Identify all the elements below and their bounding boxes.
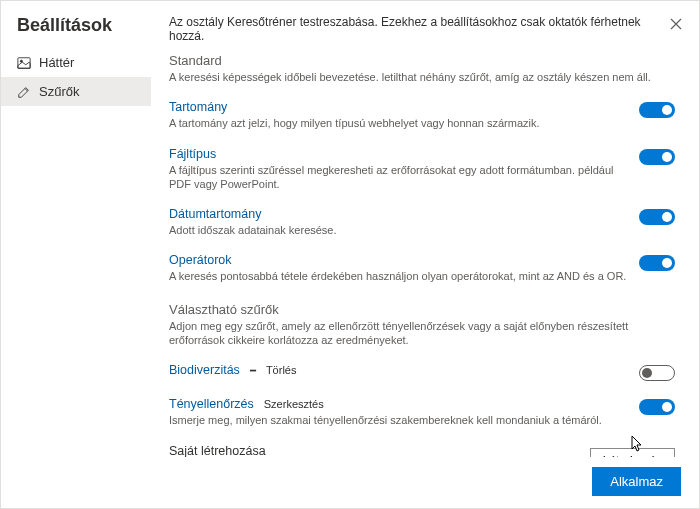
sidebar-item-filters[interactable]: Szűrők — [1, 77, 151, 106]
filter-title: Operátorok — [169, 253, 627, 267]
filter-operators: Operátorok A keresés pontosabbá tétele é… — [169, 247, 675, 293]
header-row: Az osztály Keresőtréner testreszabása. E… — [151, 1, 699, 47]
sidebar-item-label: Háttér — [39, 55, 74, 70]
main-panel: Az osztály Keresőtréner testreszabása. E… — [151, 1, 699, 508]
image-icon — [17, 56, 31, 70]
filter-factcheck: Tényellenőrzés Szerkesztés Ismerje meg, … — [169, 391, 675, 437]
scroll-area[interactable]: Standard A keresési képességek időbeli b… — [151, 47, 699, 457]
optional-section-title: Választható szűrők — [169, 302, 675, 317]
filter-title: Dátumtartomány — [169, 207, 627, 221]
toggle-daterange[interactable] — [639, 209, 675, 225]
filter-biodiversity: Biodiverzitás ━ Törlés — [169, 357, 675, 391]
toggle-filetype[interactable] — [639, 149, 675, 165]
filter-title: Biodiverzitás ━ Törlés — [169, 363, 627, 377]
header-description: Az osztály Keresőtréner testreszabása. E… — [169, 15, 659, 43]
sidebar-item-label: Szűrők — [39, 84, 79, 99]
sidebar-item-background[interactable]: Háttér — [1, 48, 151, 77]
footer: Alkalmaz — [151, 457, 699, 508]
filter-desc: Adott időszak adatainak keresése. — [169, 223, 627, 237]
toggle-factcheck[interactable] — [639, 399, 675, 415]
edit-link[interactable]: Szerkesztés — [264, 398, 324, 410]
toggle-domain[interactable] — [639, 102, 675, 118]
filter-desc: A keresés pontosabbá tétele érdekében ha… — [169, 269, 627, 283]
settings-dialog: Beállítások Háttér Szűrők Az osztály Ker… — [0, 0, 700, 509]
filter-create-own: Saját létrehozása Hozzon létre egy listá… — [169, 438, 675, 457]
create-button[interactable]: Létrehozás — [590, 448, 675, 457]
standard-section-desc: A keresési képességek időbeli bevezetése… — [169, 70, 675, 84]
create-own-title: Saját létrehozása — [169, 444, 590, 457]
filter-title-text: Tényellenőrzés — [169, 397, 254, 411]
content-row: Beállítások Háttér Szűrők Az osztály Ker… — [1, 1, 699, 508]
optional-section-desc: Adjon meg egy szűrőt, amely az ellenőrzö… — [169, 319, 675, 348]
close-button[interactable] — [667, 15, 685, 33]
filter-title-text: Biodiverzitás — [169, 363, 240, 377]
filter-desc: A tartomány azt jelzi, hogy milyen típus… — [169, 116, 627, 130]
filter-daterange: Dátumtartomány Adott időszak adatainak k… — [169, 201, 675, 247]
apply-button[interactable]: Alkalmaz — [592, 467, 681, 496]
filter-desc: Ismerje meg, milyen szakmai tényellenőrz… — [169, 413, 627, 427]
filter-title: Tartomány — [169, 100, 627, 114]
sidebar: Beállítások Háttér Szűrők — [1, 1, 151, 508]
close-icon — [669, 17, 683, 31]
filter-domain: Tartomány A tartomány azt jelzi, hogy mi… — [169, 94, 675, 140]
filter-title: Fájltípus — [169, 147, 627, 161]
sidebar-title: Beállítások — [1, 9, 151, 48]
filter-filetype: Fájltípus A fájltípus szerinti szűréssel… — [169, 141, 675, 202]
delete-link[interactable]: Törlés — [266, 364, 297, 376]
filter-title: Tényellenőrzés Szerkesztés — [169, 397, 627, 411]
toggle-biodiversity[interactable] — [639, 365, 675, 381]
filter-badge: ━ — [250, 365, 256, 376]
toggle-operators[interactable] — [639, 255, 675, 271]
standard-section-title: Standard — [169, 53, 675, 68]
filter-desc: A fájltípus szerinti szűréssel megkeresh… — [169, 163, 627, 192]
pencil-icon — [17, 85, 31, 99]
